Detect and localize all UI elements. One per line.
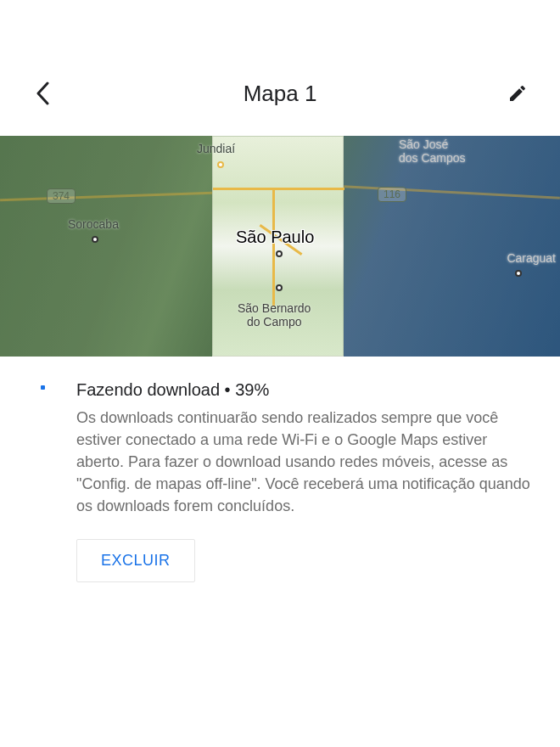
city-marker [92,236,98,243]
road-line [213,188,344,190]
spinner-column [25,380,59,582]
city-marker [217,161,224,168]
download-status-line: Fazendo download • 39% [76,380,535,400]
loading-spinner-icon [41,385,45,390]
city-label-caraguat: Caraguat [507,251,556,265]
chevron-left-icon [36,81,49,105]
edit-button[interactable] [501,76,535,110]
header-bar: Mapa 1 [0,0,560,136]
pencil-icon [507,83,528,104]
city-label-jundiai: Jundiaí [197,142,235,155]
action-button-row: EXCLUIR [76,539,535,582]
delete-button[interactable]: EXCLUIR [76,539,195,582]
city-label-main: São Paulo [236,227,314,247]
back-button[interactable] [25,76,59,110]
city-label-sao-bernardo: São Bernardo do Campo [238,301,311,329]
city-marker [515,270,522,277]
page-title: Mapa 1 [244,81,317,107]
status-percent: 39% [235,380,269,399]
city-label-sao-jose: São José dos Campos [399,138,466,165]
city-marker [276,284,283,291]
download-description: Os downloads continuarão sendo realizado… [76,407,535,517]
city-label-sorocaba: Sorocaba [68,217,119,231]
city-marker-main [276,250,283,257]
status-text-column: Fazendo download • 39% Os downloads cont… [76,380,535,582]
road-shield-374: 374 [47,188,76,204]
map-preview[interactable]: Jundiaí São José dos Campos Sorocaba 374… [0,136,560,357]
download-status-section: Fazendo download • 39% Os downloads cont… [0,357,560,608]
status-separator: • [225,380,236,399]
status-label: Fazendo download [76,380,220,399]
road-line [272,188,275,306]
road-shield-116: 116 [378,187,406,202]
